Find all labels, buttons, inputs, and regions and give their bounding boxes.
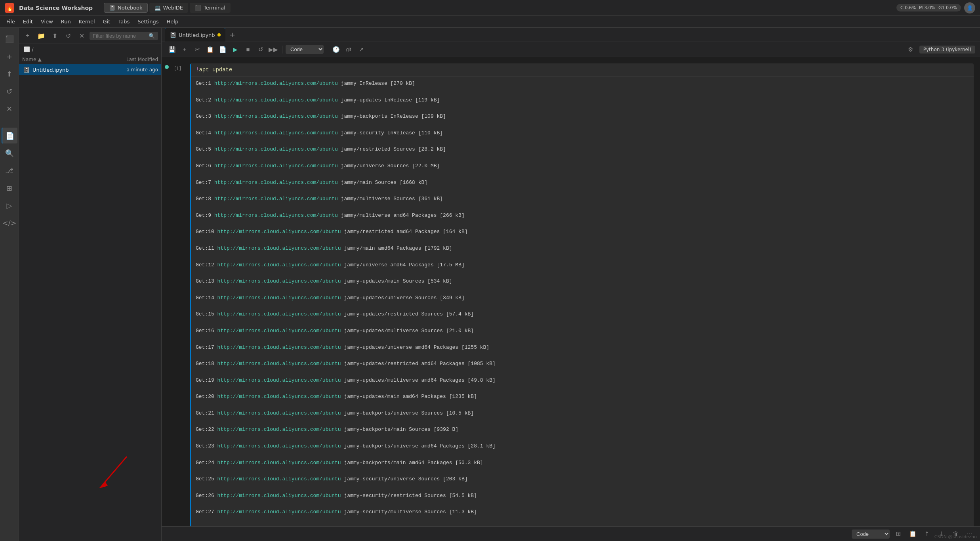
activity-explorer[interactable]: 📄: [2, 128, 17, 143]
cell-done-indicator: [165, 65, 169, 69]
menu-git[interactable]: Git: [100, 17, 114, 26]
activity-upload[interactable]: ⬆: [2, 66, 17, 82]
app-logo: 🔥: [5, 3, 14, 13]
toolbar-divider: [282, 46, 282, 54]
breadcrumb-text: ⬜ /: [24, 46, 34, 52]
search-icon: 🔍: [149, 33, 155, 39]
menu-kernel[interactable]: Kernel: [76, 17, 98, 26]
resource-mem: M 3.0%: [919, 5, 935, 10]
file-notebook-icon: 📓: [22, 66, 30, 74]
upload-button[interactable]: ⬆: [49, 30, 60, 41]
cell-row-1: [1] !apt_update Get:1 http://mirrors.clo…: [162, 63, 980, 526]
notebook-tab-icon: 📓: [109, 5, 115, 11]
unsaved-indicator: [217, 33, 221, 36]
menu-run[interactable]: Run: [58, 17, 74, 26]
copy-button[interactable]: 📋: [204, 44, 215, 55]
breadcrumb: ⬜ /: [19, 44, 161, 55]
column-name-header[interactable]: Name ▲: [22, 57, 103, 62]
column-modified-header: Last Modified: [103, 57, 158, 62]
sort-icon: ▲: [38, 57, 41, 62]
share-button[interactable]: ↗: [356, 44, 367, 55]
notebook-toolbar: 💾 + ✂ 📋 📄 ▶ ■ ↺ ▶▶ Code Markdown Raw 🕐 g…: [162, 42, 980, 57]
activity-extensions[interactable]: ⊞: [2, 180, 17, 196]
sidebar-toolbar: + 📁 ⬆ ↺ ✕ 🔍: [19, 28, 161, 44]
user-avatar[interactable]: 👤: [964, 2, 975, 13]
tab-webide[interactable]: 💻 WebIDE: [149, 3, 188, 13]
menu-settings[interactable]: Settings: [134, 17, 162, 26]
cell-output-1: Get:1 http://mirrors.cloud.aliyuncs.com/…: [191, 76, 974, 526]
top-bar: 🔥 Data Science Workshop 📓 Notebook 💻 Web…: [0, 0, 980, 16]
app-title: Data Science Workshop: [19, 5, 93, 11]
activity-debug[interactable]: ▷: [2, 197, 17, 213]
activity-bar: ⬛ + ⬆ ↺ ✕ 📄 🔍 ⎇ ⊞ ▷ </>: [0, 28, 19, 541]
activity-refresh[interactable]: ↺: [2, 83, 17, 99]
bottom-toolbar: Code Markdown Raw ⊞ 📋 ↑ ↓ 🗑 ⋯: [162, 526, 980, 541]
cut-button[interactable]: ✂: [192, 44, 203, 55]
top-tabs: 📓 Notebook 💻 WebIDE ⬛ Terminal: [104, 3, 892, 13]
activity-clear[interactable]: ✕: [2, 101, 17, 117]
webide-tab-icon: 💻: [154, 5, 161, 11]
expand-cell-button[interactable]: ⊞: [893, 528, 904, 539]
menu-view[interactable]: View: [38, 17, 56, 26]
main-wrapper: ⬛ + ⬆ ↺ ✕ 📄 🔍 ⎇ ⊞ ▷ </> + 📁 ⬆ ↺ ✕ 🔍 ⬜ /: [0, 28, 980, 541]
terminal-tab-icon: ⬛: [195, 5, 201, 11]
fast-forward-button[interactable]: ▶▶: [268, 44, 279, 55]
menu-file[interactable]: File: [3, 17, 18, 26]
kernel-badge[interactable]: Python 3 (ipykernel): [919, 46, 975, 54]
cell-content-1[interactable]: !apt_update Get:1 http://mirrors.cloud.a…: [190, 63, 974, 526]
menu-tabs[interactable]: Tabs: [115, 17, 133, 26]
menu-bar: File Edit View Run Kernel Git Tabs Setti…: [0, 16, 980, 28]
sidebar: + 📁 ⬆ ↺ ✕ 🔍 ⬜ / Name ▲ Last Modified 📓 U…: [19, 28, 162, 541]
terminal-tab-label: Terminal: [204, 5, 225, 11]
cell-label-1: [1]: [174, 63, 190, 71]
run-cell-button[interactable]: ▶: [230, 44, 241, 55]
nb-tab-untitled[interactable]: 📓 Untitled.ipynb: [165, 28, 225, 42]
menu-edit[interactable]: Edit: [20, 17, 36, 26]
bottom-cell-type-select[interactable]: Code Markdown Raw: [852, 530, 890, 539]
restart-button[interactable]: ↺: [255, 44, 266, 55]
nb-toolbar-right: ⚙ Python 3 (ipykernel): [905, 44, 975, 55]
activity-git[interactable]: ⎇: [2, 162, 17, 178]
tab-notebook[interactable]: 📓 Notebook: [104, 3, 147, 13]
activity-code[interactable]: </>: [2, 215, 17, 231]
add-cell-button[interactable]: +: [179, 44, 190, 55]
cell-type-select[interactable]: Code Markdown Raw: [286, 45, 324, 54]
file-item-untitled[interactable]: 📓 Untitled.ipynb a minute ago: [19, 64, 161, 75]
copy-cell-button[interactable]: 📋: [907, 528, 918, 539]
resource-cpu: C 0.6%: [900, 5, 916, 10]
git-button[interactable]: git: [343, 44, 354, 55]
new-folder-button[interactable]: 📁: [36, 30, 47, 41]
resource-gpu: G1 0.0%: [938, 5, 957, 10]
clear-button[interactable]: ✕: [76, 30, 87, 41]
nb-tab-name: Untitled.ipynb: [179, 32, 215, 38]
file-list-header: Name ▲ Last Modified: [19, 55, 161, 64]
webide-tab-label: WebIDE: [163, 5, 183, 11]
search-box[interactable]: 🔍: [90, 32, 158, 40]
notebook-tabs: 📓 Untitled.ipynb +: [162, 28, 980, 42]
paste-button[interactable]: 📄: [217, 44, 228, 55]
settings-button[interactable]: ⚙: [905, 44, 916, 55]
notebook-content[interactable]: [1] !apt_update Get:1 http://mirrors.clo…: [162, 57, 980, 526]
history-button[interactable]: 🕐: [330, 44, 341, 55]
resource-bar: C 0.6% M 3.0% G1 0.0%: [896, 4, 961, 11]
refresh-button[interactable]: ↺: [63, 30, 74, 41]
activity-new-file[interactable]: +: [2, 48, 17, 64]
move-up-button[interactable]: ↑: [921, 528, 932, 539]
stop-button[interactable]: ■: [242, 44, 254, 55]
save-button[interactable]: 💾: [166, 44, 177, 55]
file-name: Untitled.ipynb: [32, 67, 103, 73]
cell-status-1: [165, 63, 174, 69]
menu-help[interactable]: Help: [164, 17, 182, 26]
toolbar-divider-2: [327, 46, 327, 54]
top-right-controls: C 0.6% M 3.0% G1 0.0% 👤: [896, 2, 975, 13]
watermark: CSDN @seasidezhu: [934, 534, 977, 539]
activity-files[interactable]: ⬛: [2, 31, 17, 47]
tab-terminal[interactable]: ⬛ Terminal: [190, 3, 231, 13]
notebook-tab-label: Notebook: [118, 5, 142, 11]
activity-search[interactable]: 🔍: [2, 145, 17, 161]
nb-tab-icon: 📓: [170, 32, 176, 38]
add-tab-button[interactable]: +: [227, 29, 238, 40]
notebook-area: 📓 Untitled.ipynb + 💾 + ✂ 📋 📄 ▶ ■ ↺ ▶▶ Co…: [162, 28, 980, 541]
new-file-button[interactable]: +: [22, 30, 33, 41]
search-input[interactable]: [93, 33, 146, 39]
